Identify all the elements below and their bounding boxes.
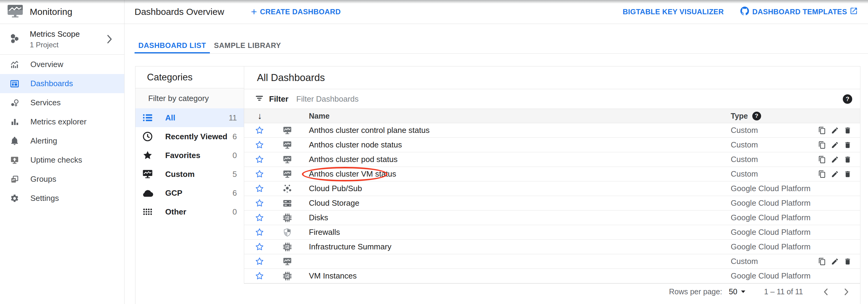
gcp-category-icon [142, 189, 153, 197]
help-icon[interactable]: ? [843, 94, 852, 104]
dashboard-name[interactable]: Cloud Storage [309, 198, 359, 208]
favorite-star-icon[interactable] [255, 184, 264, 193]
chip-icon [282, 213, 292, 223]
create-dashboard-button[interactable]: + CREATE DASHBOARD [251, 7, 341, 17]
bigtable-key-visualizer-link[interactable]: BIGTABLE KEY VISUALIZER [623, 8, 724, 16]
sidebar-item-label: Metrics explorer [30, 117, 87, 127]
category-all[interactable]: All 11 [135, 108, 244, 127]
filter-funnel-icon[interactable] [255, 94, 264, 104]
copy-icon[interactable] [818, 170, 826, 178]
table-row[interactable]: Cloud Pub/Sub Google Cloud Platform [244, 181, 860, 196]
row-actions [818, 141, 851, 149]
table-header-row: ↓ Name Type ? [244, 109, 860, 123]
copy-icon[interactable] [818, 141, 826, 149]
category-favorites[interactable]: Favorites 0 [135, 146, 244, 165]
sidebar-nav: Overview Dashboards Services Metrics exp… [0, 55, 124, 208]
rows-per-page-select[interactable]: 50 [729, 287, 745, 296]
table-row[interactable]: Firewalls Google Cloud Platform [244, 225, 860, 240]
delete-icon[interactable] [844, 258, 851, 266]
dashboard-name[interactable]: Anthos cluster control plane status [309, 126, 429, 135]
type-help-icon[interactable]: ? [752, 112, 761, 121]
edit-icon[interactable] [831, 258, 839, 266]
next-page-button[interactable] [841, 287, 851, 297]
delete-icon[interactable] [844, 170, 851, 178]
sidebar-item-uptime-checks[interactable]: Uptime checks [0, 150, 124, 170]
sidebar-item-services[interactable]: Services [0, 93, 124, 112]
category-recently-viewed[interactable]: Recently Viewed 6 [135, 127, 244, 146]
favorite-star-icon[interactable] [255, 155, 264, 164]
table-row[interactable]: Anthos cluster node status Custom [244, 138, 860, 152]
favorite-star-icon[interactable] [255, 228, 264, 237]
sidebar-item-alerting[interactable]: Alerting [0, 131, 124, 150]
dashboard-name[interactable]: VM Instances [309, 271, 357, 281]
favorites-category-icon [142, 150, 153, 161]
sidebar-item-overview[interactable]: Overview [0, 55, 124, 74]
dashboard-name[interactable]: Disks [309, 213, 328, 223]
sidebar-item-label: Dashboards [30, 79, 73, 88]
dashboard-templates-link[interactable]: DASHBOARD TEMPLATES [740, 6, 858, 18]
previous-page-button[interactable] [821, 287, 831, 297]
favorite-star-icon[interactable] [255, 213, 264, 223]
copy-icon[interactable] [818, 156, 826, 164]
edit-icon[interactable] [831, 141, 839, 149]
favorite-star-icon[interactable] [255, 140, 264, 149]
rows-per-page-label: Rows per page: [669, 287, 722, 296]
metrics-scope-subtitle: 1 Project [30, 41, 80, 49]
delete-icon[interactable] [844, 127, 851, 134]
table-row[interactable]: Infrastructure Summary Google Cloud Plat… [244, 240, 860, 254]
favorite-star-icon[interactable] [255, 198, 264, 208]
dashboard-type: Google Cloud Platform [731, 228, 811, 237]
table-row[interactable]: VM Instances Google Cloud Platform [244, 269, 860, 283]
favorite-star-icon[interactable] [255, 257, 264, 266]
edit-icon[interactable] [831, 156, 839, 164]
custom-dashboard-icon [282, 140, 292, 149]
dashboard-name[interactable]: Anthos cluster node status [309, 140, 402, 149]
sort-descending-icon[interactable]: ↓ [257, 112, 262, 121]
sidebar-item-label: Settings [30, 194, 59, 203]
category-gcp[interactable]: GCP 6 [135, 183, 244, 202]
metrics-scope-selector[interactable]: Metrics Scope 1 Project [0, 24, 124, 55]
table-row[interactable]: Anthos cluster VM status Custom [244, 167, 860, 181]
dashboards-icon [10, 79, 19, 88]
favorite-star-icon[interactable] [255, 126, 264, 135]
sidebar-item-settings[interactable]: Settings [0, 189, 124, 208]
delete-icon[interactable] [844, 141, 851, 149]
dashboard-name[interactable]: Anthos cluster VM status [309, 169, 396, 179]
table-row[interactable]: Anthos cluster control plane status Cust… [244, 123, 860, 138]
table-row[interactable]: Custom [244, 254, 860, 269]
category-filter-input[interactable]: Filter by category [135, 88, 244, 108]
category-other[interactable]: Other 0 [135, 202, 244, 221]
category-custom[interactable]: Custom 5 [135, 165, 244, 183]
pagination-bar: Rows per page: 50 1 – 11 of 11 [244, 283, 860, 300]
sidebar-item-label: Services [30, 98, 61, 107]
uptime-checks-icon [10, 155, 19, 165]
dashboard-name[interactable]: Infrastructure Summary [309, 242, 392, 251]
copy-icon[interactable] [818, 127, 826, 134]
table-row[interactable]: Disks Google Cloud Platform [244, 210, 860, 225]
table-row[interactable]: Anthos cluster pod status Custom [244, 152, 860, 167]
dashboards-panel: All Dashboards Filter ? ↓ Name Type ? An… [244, 66, 860, 304]
tab-dashboard-list[interactable]: DASHBOARD LIST [134, 38, 210, 54]
sidebar-item-metrics-explorer[interactable]: Metrics explorer [0, 112, 124, 131]
category-count: 6 [232, 132, 237, 141]
sidebar-item-groups[interactable]: Groups [0, 170, 124, 189]
favorite-star-icon[interactable] [255, 271, 264, 281]
sidebar: Metrics Scope 1 Project Overview Dashboa… [0, 24, 125, 304]
copy-icon[interactable] [818, 258, 826, 266]
tab-sample-library[interactable]: SAMPLE LIBRARY [210, 38, 285, 54]
dashboard-type: Custom [731, 140, 758, 149]
favorite-star-icon[interactable] [255, 242, 264, 251]
delete-icon[interactable] [844, 156, 851, 164]
chevron-right-icon[interactable] [105, 34, 114, 44]
sidebar-item-label: Overview [30, 60, 63, 69]
dashboard-name[interactable]: Cloud Pub/Sub [309, 184, 362, 193]
sidebar-item-dashboards[interactable]: Dashboards [0, 74, 124, 93]
dashboard-name[interactable]: Firewalls [309, 228, 340, 237]
table-row[interactable]: Cloud Storage Google Cloud Platform [244, 196, 860, 210]
favorite-star-icon[interactable] [255, 169, 264, 179]
dashboard-rows: Anthos cluster control plane status Cust… [244, 123, 860, 283]
edit-icon[interactable] [831, 127, 839, 134]
edit-icon[interactable] [831, 170, 839, 178]
dashboard-name[interactable]: Anthos cluster pod status [309, 155, 398, 164]
dashboard-filter-input[interactable] [297, 94, 722, 104]
